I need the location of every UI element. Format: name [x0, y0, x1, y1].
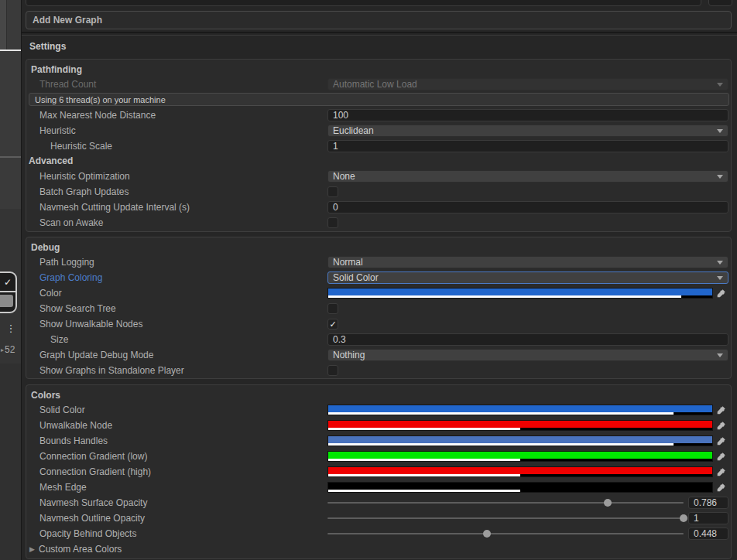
thread-count-row: Thread Count Automatic Low Load	[26, 77, 731, 92]
navmesh-outline-opacity-slider[interactable]	[327, 513, 684, 524]
opacity-behind-objects-slider[interactable]	[327, 528, 684, 539]
kebab-menu-icon[interactable]: ⋮	[5, 323, 17, 334]
check-icon: ✓	[4, 277, 12, 288]
path-logging-label: Path Logging	[39, 257, 327, 268]
alpha-bar	[328, 428, 712, 430]
eyedropper-icon[interactable]	[713, 405, 728, 415]
solid-color-swatch[interactable]	[327, 405, 713, 415]
slider-knob[interactable]	[604, 499, 612, 507]
add-new-graph-button[interactable]: Add New Graph	[26, 11, 732, 29]
navmesh-outline-opacity-field[interactable]: 1	[688, 512, 728, 524]
heuristic-scale-label: Heuristic Scale	[39, 141, 327, 152]
navmesh-surface-opacity-row: Navmesh Surface Opacity 0.786	[26, 495, 731, 510]
eyedropper-icon[interactable]	[713, 421, 728, 431]
show-graphs-standalone-row: Show Graphs in Standalone Player	[26, 363, 731, 378]
heuristic-scale-value: 1	[333, 141, 338, 152]
thread-count-value: Automatic Low Load	[333, 79, 417, 90]
add-new-graph-label: Add New Graph	[33, 15, 102, 26]
connection-gradient-high-swatch[interactable]	[327, 466, 713, 477]
connection-gradient-high-row: Connection Gradient (high)	[26, 464, 731, 480]
debug-color-swatch[interactable]	[327, 288, 713, 299]
navmesh-surface-opacity-field[interactable]: 0.786	[688, 497, 728, 509]
batch-graph-updates-row: Batch Graph Updates	[26, 184, 731, 200]
heuristic-optimization-label: Heuristic Optimization	[39, 171, 327, 182]
partial-field-top-side[interactable]	[708, 0, 732, 6]
eyedropper-icon[interactable]	[713, 467, 728, 477]
slider-knob[interactable]	[483, 530, 491, 538]
show-search-tree-checkbox[interactable]	[327, 303, 338, 314]
eyedropper-icon[interactable]	[713, 436, 728, 446]
navmesh-surface-opacity-label: Navmesh Surface Opacity	[39, 497, 327, 508]
slider-knob[interactable]	[680, 514, 687, 522]
eyedropper-icon[interactable]	[713, 289, 728, 299]
graph-coloring-row: Graph Coloring Solid Color	[26, 270, 731, 285]
unwalkable-node-swatch[interactable]	[327, 420, 713, 431]
alpha-bar	[328, 459, 712, 461]
custom-area-colors-label: Custom Area Colors	[39, 544, 122, 555]
navmesh-cutting-value: 0	[333, 202, 338, 213]
heuristic-row: Heuristic Euclidean	[26, 123, 731, 138]
chevron-down-icon	[717, 353, 723, 357]
chevron-down-icon	[717, 276, 723, 280]
heuristic-dropdown[interactable]: Euclidean	[327, 125, 728, 137]
max-nearest-value: 100	[333, 110, 348, 121]
unwalkable-node-row: Unwalkable Node	[26, 418, 731, 433]
navmesh-cutting-field[interactable]: 0	[327, 201, 728, 213]
show-search-tree-label: Show Search Tree	[39, 303, 327, 314]
scan-on-awake-checkbox[interactable]	[327, 217, 338, 228]
heuristic-optimization-dropdown[interactable]: None	[327, 170, 728, 183]
slider-track-line	[327, 502, 684, 504]
eyedropper-icon[interactable]	[713, 483, 728, 493]
navmesh-outline-opacity-label: Navmesh Outline Opacity	[39, 513, 327, 524]
frame-counter: ▸ 52	[1, 344, 22, 355]
alpha-bar	[328, 412, 712, 415]
show-search-tree-row: Show Search Tree	[26, 301, 731, 316]
overlay-check-button[interactable]: ✓	[0, 273, 15, 292]
show-unwalkable-checkbox[interactable]: ✓	[327, 319, 338, 330]
path-logging-row: Path Logging Normal	[26, 254, 731, 270]
solid-color-label: Solid Color	[39, 405, 327, 415]
graph-update-debug-mode-dropdown[interactable]: Nothing	[327, 349, 728, 361]
overlay-swatch-button[interactable]	[0, 295, 13, 307]
max-nearest-row: Max Nearest Node Distance 100	[26, 108, 731, 123]
heuristic-scale-field[interactable]: 1	[327, 140, 728, 152]
batch-graph-updates-checkbox[interactable]	[327, 186, 338, 197]
chevron-down-icon	[717, 175, 723, 179]
graph-update-debug-mode-label: Graph Update Debug Mode	[39, 350, 327, 360]
show-unwalkable-label: Show Unwalkable Nodes	[39, 319, 327, 330]
chevron-down-icon	[717, 129, 723, 133]
graph-update-debug-mode-value: Nothing	[333, 350, 365, 360]
connection-gradient-low-swatch[interactable]	[327, 451, 713, 462]
slider-track-line	[327, 533, 684, 534]
debug-color-label: Color	[39, 288, 327, 299]
custom-area-colors-foldout[interactable]: ▶ Custom Area Colors	[26, 541, 731, 557]
partial-field-top[interactable]	[26, 0, 701, 6]
component-separator-dark	[22, 32, 737, 33]
thread-count-dropdown: Automatic Low Load	[327, 78, 728, 90]
graph-coloring-dropdown[interactable]: Solid Color	[327, 271, 728, 284]
mesh-edge-row: Mesh Edge	[26, 480, 731, 495]
pathfinding-section-header: Pathfinding	[26, 63, 731, 77]
max-nearest-field[interactable]: 100	[327, 109, 728, 121]
navmesh-surface-opacity-slider[interactable]	[327, 497, 684, 508]
colors-section-header: Colors	[26, 388, 731, 402]
navmesh-cutting-row: Navmesh Cutting Update Interval (s) 0	[26, 200, 731, 215]
alpha-bar	[328, 443, 712, 446]
size-row: Size 0.3	[26, 332, 731, 347]
mesh-edge-swatch[interactable]	[327, 482, 713, 493]
path-logging-value: Normal	[333, 257, 363, 268]
slider-track-line	[327, 517, 684, 519]
bounds-handles-swatch[interactable]	[327, 435, 713, 446]
opacity-behind-objects-label: Opacity Behind Objects	[39, 528, 327, 539]
scene-edge-bottom	[0, 364, 22, 560]
connection-gradient-high-label: Connection Gradient (high)	[39, 466, 327, 477]
navmesh-surface-opacity-value: 0.786	[694, 497, 717, 508]
settings-header: Settings	[29, 41, 66, 53]
size-field[interactable]: 0.3	[327, 333, 728, 346]
show-graphs-standalone-checkbox[interactable]	[327, 365, 338, 376]
heuristic-optimization-row: Heuristic Optimization None	[26, 169, 731, 184]
eyedropper-icon[interactable]	[713, 452, 728, 462]
path-logging-dropdown[interactable]: Normal	[327, 256, 728, 268]
scene-overlay-toolbar[interactable]: ✓	[0, 271, 17, 313]
opacity-behind-objects-field[interactable]: 0.448	[688, 528, 728, 540]
